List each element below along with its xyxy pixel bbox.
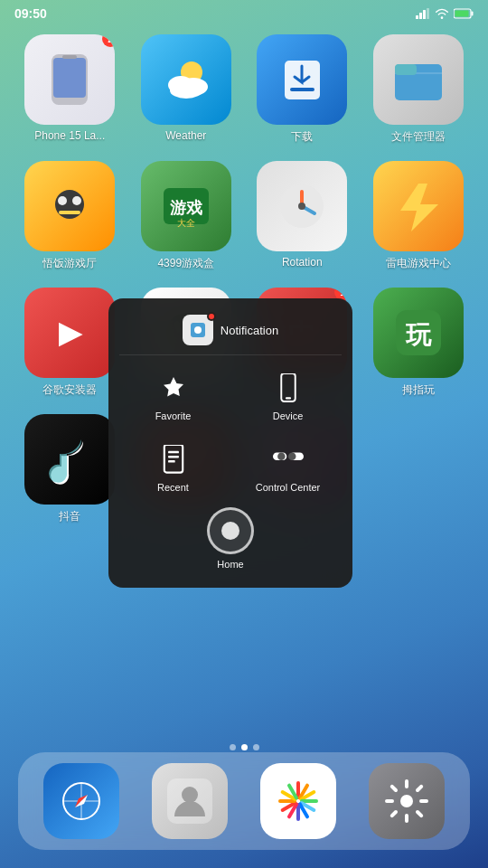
control-center-icon xyxy=(271,443,305,477)
ctx-home[interactable]: Home xyxy=(119,500,342,577)
home-label: Home xyxy=(217,559,243,570)
svg-point-60 xyxy=(277,453,286,461)
context-menu-grid: Favorite Device xyxy=(119,364,342,500)
home-inner-circle xyxy=(221,522,239,540)
context-menu: Notification Favorite xyxy=(108,298,352,588)
notification-wrap: Notification xyxy=(183,315,278,345)
control-center-label: Control Center xyxy=(256,482,321,493)
favorite-label: Favorite xyxy=(155,410,192,421)
ctx-control-center[interactable]: Control Center xyxy=(234,436,342,500)
notification-app-icon xyxy=(183,315,213,345)
recent-label: Recent xyxy=(157,482,189,493)
svg-point-52 xyxy=(194,326,202,334)
favorite-icon xyxy=(156,372,191,406)
context-overlay[interactable]: Notification Favorite xyxy=(0,0,488,868)
device-icon xyxy=(271,372,305,406)
ctx-device[interactable]: Device xyxy=(234,364,342,429)
context-menu-header: Notification xyxy=(119,309,342,355)
svg-rect-56 xyxy=(168,451,179,454)
ctx-favorite[interactable]: Favorite xyxy=(119,364,227,429)
device-label: Device xyxy=(273,410,304,421)
svg-rect-58 xyxy=(168,460,175,463)
svg-point-62 xyxy=(288,453,296,461)
recent-icon xyxy=(156,443,191,477)
notification-dot xyxy=(207,312,216,321)
notification-label: Notification xyxy=(221,324,278,337)
svg-rect-57 xyxy=(168,456,179,458)
ctx-recent[interactable]: Recent xyxy=(119,436,227,500)
home-button-icon xyxy=(207,507,254,554)
svg-rect-54 xyxy=(285,397,290,399)
svg-rect-55 xyxy=(164,445,182,473)
